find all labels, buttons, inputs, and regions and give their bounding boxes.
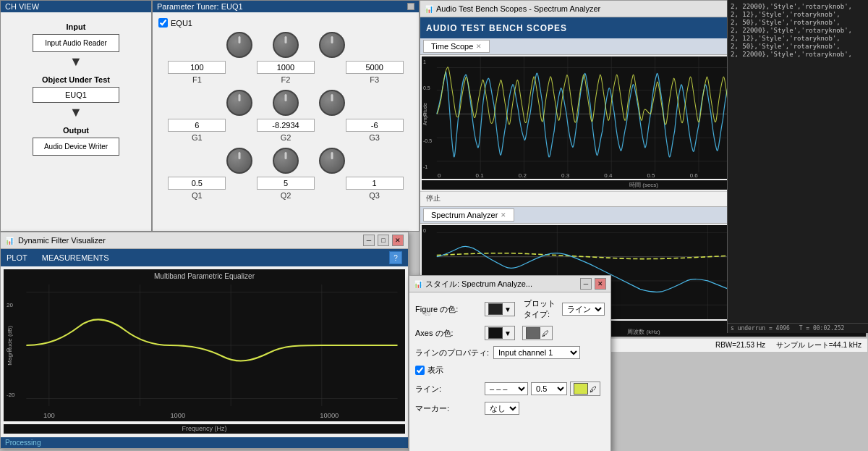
display-checkbox-row: 表示 xyxy=(415,365,605,376)
f3-label: F3 xyxy=(370,75,379,84)
sample-rate-value: サンプル レート=44.1 kHz xyxy=(776,341,861,349)
filter-toolbar: PLOT MEASUREMENTS ? xyxy=(1,249,408,266)
f2-col: F2 xyxy=(247,61,325,84)
param-tuner-panel: Parameter Tuner: EUQ1 EQU1 F1 F2 xyxy=(152,0,420,232)
rbw-value: RBW=21.53 Hz xyxy=(715,341,765,349)
input-audio-reader-label: Input Audio Reader xyxy=(43,38,109,49)
line-width-select[interactable]: 0.5 xyxy=(531,382,567,395)
svg-text:1000: 1000 xyxy=(170,411,185,419)
marker-select[interactable]: なし xyxy=(485,402,519,415)
y-label-n05: -0.5 xyxy=(423,138,435,143)
g1-knob[interactable] xyxy=(226,90,252,116)
g1-input[interactable] xyxy=(168,119,226,132)
cmd-line-2: 2, 12},'Style','rotaryknob', xyxy=(731,11,865,18)
axes-bg-color-button[interactable]: ▼ xyxy=(485,326,515,340)
svg-text:100: 100 xyxy=(43,411,55,419)
audio-file-reader-box[interactable]: Input Audio Reader xyxy=(33,34,119,52)
g2-knob[interactable] xyxy=(273,90,299,116)
q3-knob[interactable] xyxy=(319,148,345,174)
q2-knob[interactable] xyxy=(273,148,299,174)
style-dialog-content: Figure の色: ▼ プロットタイプ: ライン Axes の色: ▼ 🖊 xyxy=(409,292,610,421)
q3-input[interactable] xyxy=(346,177,404,190)
style-close-btn[interactable]: ✕ xyxy=(595,278,606,290)
cmd-line-5: 2, 12},'Style','rotaryknob', xyxy=(731,35,865,42)
style-minimize-btn[interactable]: ─ xyxy=(580,278,592,290)
f3-input[interactable] xyxy=(346,61,404,74)
plot-type-select[interactable]: ライン xyxy=(562,303,605,316)
measurements-tab[interactable]: MEASUREMENTS xyxy=(42,253,109,262)
audio-device-writer-label: Audio Device Writer xyxy=(43,141,109,152)
window-controls: ─ □ ✕ xyxy=(363,235,404,246)
axes-fg-color-button[interactable]: 🖊 xyxy=(522,326,553,340)
y-label-1: 1 xyxy=(423,59,435,64)
euq1-label: EUQ1 xyxy=(65,90,87,99)
line-style-row: ライン: – – – 0.5 🖊 xyxy=(415,382,605,396)
svg-text:10000: 10000 xyxy=(320,411,339,419)
f1-knob[interactable] xyxy=(226,32,252,58)
line-color-swatch xyxy=(574,383,588,395)
f1-input[interactable] xyxy=(168,61,226,74)
cmd-line-3: 2, 50},'Style','rotaryknob', xyxy=(731,19,865,26)
spectrum-close[interactable]: ✕ xyxy=(501,211,506,219)
q1-knob[interactable] xyxy=(226,148,252,174)
cmd-line-7: 2, 22000},'Style','rotaryknob', xyxy=(731,51,865,58)
spec-y-n20: -20 xyxy=(423,311,438,316)
cmd-line-4: 2, 22000},'Style','rotaryknob', xyxy=(731,27,865,34)
equ-checkbox-row: EQU1 xyxy=(158,18,413,28)
signal-flow-content: Input Input Audio Reader ▼ Object Under … xyxy=(1,12,151,161)
q2-input[interactable] xyxy=(257,177,315,190)
equ-checkbox[interactable] xyxy=(158,18,168,28)
figure-color-swatch xyxy=(488,303,503,315)
plot-type-label: プロットタイプ: xyxy=(524,298,558,320)
f3-col: F3 xyxy=(336,61,413,84)
equ-label: EQU1 xyxy=(171,19,192,28)
eq-curve xyxy=(26,319,397,361)
line-color-button[interactable]: 🖊 xyxy=(570,382,600,396)
g2-input[interactable] xyxy=(257,119,315,132)
g2-label: G2 xyxy=(281,133,292,142)
audio-device-writer-box[interactable]: Audio Device Writer xyxy=(33,138,119,156)
style-dialog: 📊 スタイル: Spectrum Analyze... ─ ✕ Figure の… xyxy=(409,275,611,451)
line-props-select[interactable]: Input channel 1 xyxy=(493,346,580,359)
g-params-grid: G1 G2 G3 xyxy=(158,119,413,142)
filter-chart: Multiband Parametric Equalizer 20 0 -20 … xyxy=(4,269,405,421)
f2-label: F2 xyxy=(281,75,291,84)
line-props-row: ラインのプロパティ: Input channel 1 xyxy=(415,346,605,359)
atb-header-text: AUDIO TEST BENCH SCOPES xyxy=(426,23,567,33)
f2-knob[interactable] xyxy=(273,32,299,58)
display-checkbox[interactable] xyxy=(415,366,425,375)
g3-knob[interactable] xyxy=(319,90,345,116)
spectrum-tab[interactable]: Spectrum Analyzer ✕ xyxy=(423,208,514,222)
y-label-n1: -1 xyxy=(423,164,435,169)
filter-visualizer-title-text: Dynamic Filter Visualizer xyxy=(18,236,106,245)
figure-color-button[interactable]: ▼ xyxy=(485,302,515,316)
maximize-btn[interactable]: □ xyxy=(378,235,389,246)
minimize-btn[interactable]: ─ xyxy=(363,235,375,246)
param-tuner-title: Parameter Tuner: EUQ1 xyxy=(153,1,419,12)
object-under-test-label: Object Under Test xyxy=(42,75,110,84)
axes-bg-swatch xyxy=(488,327,503,339)
q-knobs-row xyxy=(158,148,413,174)
spec-y-0: 0 xyxy=(423,228,438,233)
euq1-box[interactable]: EUQ1 xyxy=(33,87,119,103)
f2-input[interactable] xyxy=(257,61,315,74)
param-tuner-content: EQU1 F1 F2 F3 xyxy=(153,12,419,206)
line-style-select[interactable]: – – – xyxy=(485,382,528,395)
g3-input[interactable] xyxy=(346,119,404,132)
input-section-label: Input xyxy=(67,22,86,31)
plot-tab[interactable]: PLOT xyxy=(7,253,27,262)
filter-chart-svg: 100 1000 10000 xyxy=(4,269,405,421)
y-label-0: 0 xyxy=(423,112,435,117)
q1-label: Q1 xyxy=(192,191,203,200)
time-scope-close[interactable]: ✕ xyxy=(476,43,482,50)
line-props-label: ラインのプロパティ: xyxy=(415,347,489,358)
signal-flow-panel: CH VIEW Input Input Audio Reader ▼ Objec… xyxy=(0,0,152,232)
time-scope-tab[interactable]: Time Scope ✕ xyxy=(423,40,490,53)
q1-input[interactable] xyxy=(168,177,226,190)
filter-visualizer-panel: 📊 Dynamic Filter Visualizer ─ □ ✕ PLOT M… xyxy=(0,232,409,449)
f3-knob[interactable] xyxy=(319,32,345,58)
style-dialog-title: 📊 スタイル: Spectrum Analyze... ─ ✕ xyxy=(409,276,610,292)
stop-button[interactable]: 停止 xyxy=(426,193,441,203)
help-button[interactable]: ? xyxy=(389,251,402,264)
close-btn[interactable]: ✕ xyxy=(392,235,404,246)
